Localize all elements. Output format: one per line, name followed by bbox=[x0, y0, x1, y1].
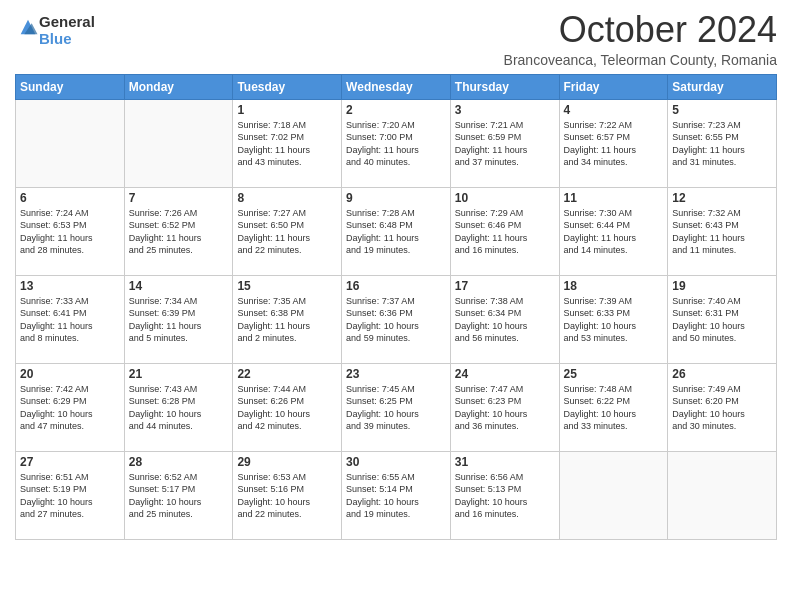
day-info: Sunrise: 7:42 AM Sunset: 6:29 PM Dayligh… bbox=[20, 383, 120, 433]
calendar-cell: 3Sunrise: 7:21 AM Sunset: 6:59 PM Daylig… bbox=[450, 99, 559, 187]
day-info: Sunrise: 7:43 AM Sunset: 6:28 PM Dayligh… bbox=[129, 383, 229, 433]
day-info: Sunrise: 7:49 AM Sunset: 6:20 PM Dayligh… bbox=[672, 383, 772, 433]
day-info: Sunrise: 7:45 AM Sunset: 6:25 PM Dayligh… bbox=[346, 383, 446, 433]
logo: General Blue bbox=[15, 14, 95, 47]
day-number: 28 bbox=[129, 455, 229, 469]
calendar-cell: 11Sunrise: 7:30 AM Sunset: 6:44 PM Dayli… bbox=[559, 187, 668, 275]
month-title: October 2024 bbox=[504, 10, 777, 50]
calendar-cell: 12Sunrise: 7:32 AM Sunset: 6:43 PM Dayli… bbox=[668, 187, 777, 275]
calendar-cell: 17Sunrise: 7:38 AM Sunset: 6:34 PM Dayli… bbox=[450, 275, 559, 363]
weekday-header-thursday: Thursday bbox=[450, 74, 559, 99]
calendar-cell: 22Sunrise: 7:44 AM Sunset: 6:26 PM Dayli… bbox=[233, 363, 342, 451]
day-number: 31 bbox=[455, 455, 555, 469]
day-info: Sunrise: 7:21 AM Sunset: 6:59 PM Dayligh… bbox=[455, 119, 555, 169]
day-number: 17 bbox=[455, 279, 555, 293]
day-number: 19 bbox=[672, 279, 772, 293]
calendar-cell: 20Sunrise: 7:42 AM Sunset: 6:29 PM Dayli… bbox=[16, 363, 125, 451]
calendar-cell: 23Sunrise: 7:45 AM Sunset: 6:25 PM Dayli… bbox=[342, 363, 451, 451]
calendar-table: SundayMondayTuesdayWednesdayThursdayFrid… bbox=[15, 74, 777, 540]
day-info: Sunrise: 7:37 AM Sunset: 6:36 PM Dayligh… bbox=[346, 295, 446, 345]
calendar-cell: 26Sunrise: 7:49 AM Sunset: 6:20 PM Dayli… bbox=[668, 363, 777, 451]
week-row-1: 1Sunrise: 7:18 AM Sunset: 7:02 PM Daylig… bbox=[16, 99, 777, 187]
day-number: 25 bbox=[564, 367, 664, 381]
day-number: 20 bbox=[20, 367, 120, 381]
day-number: 30 bbox=[346, 455, 446, 469]
day-info: Sunrise: 7:29 AM Sunset: 6:46 PM Dayligh… bbox=[455, 207, 555, 257]
calendar-cell: 16Sunrise: 7:37 AM Sunset: 6:36 PM Dayli… bbox=[342, 275, 451, 363]
day-number: 4 bbox=[564, 103, 664, 117]
day-info: Sunrise: 7:39 AM Sunset: 6:33 PM Dayligh… bbox=[564, 295, 664, 345]
day-info: Sunrise: 7:24 AM Sunset: 6:53 PM Dayligh… bbox=[20, 207, 120, 257]
logo-text: General Blue bbox=[39, 14, 95, 47]
calendar-cell: 10Sunrise: 7:29 AM Sunset: 6:46 PM Dayli… bbox=[450, 187, 559, 275]
calendar-cell: 14Sunrise: 7:34 AM Sunset: 6:39 PM Dayli… bbox=[124, 275, 233, 363]
day-info: Sunrise: 7:48 AM Sunset: 6:22 PM Dayligh… bbox=[564, 383, 664, 433]
day-number: 29 bbox=[237, 455, 337, 469]
subtitle: Brancoveanca, Teleorman County, Romania bbox=[504, 52, 777, 68]
day-number: 11 bbox=[564, 191, 664, 205]
day-number: 9 bbox=[346, 191, 446, 205]
logo-blue-label: Blue bbox=[39, 31, 95, 48]
calendar-cell bbox=[124, 99, 233, 187]
day-number: 21 bbox=[129, 367, 229, 381]
calendar-cell: 19Sunrise: 7:40 AM Sunset: 6:31 PM Dayli… bbox=[668, 275, 777, 363]
day-info: Sunrise: 7:40 AM Sunset: 6:31 PM Dayligh… bbox=[672, 295, 772, 345]
day-info: Sunrise: 7:35 AM Sunset: 6:38 PM Dayligh… bbox=[237, 295, 337, 345]
calendar-cell: 31Sunrise: 6:56 AM Sunset: 5:13 PM Dayli… bbox=[450, 451, 559, 539]
day-info: Sunrise: 7:47 AM Sunset: 6:23 PM Dayligh… bbox=[455, 383, 555, 433]
day-number: 27 bbox=[20, 455, 120, 469]
calendar-cell: 30Sunrise: 6:55 AM Sunset: 5:14 PM Dayli… bbox=[342, 451, 451, 539]
day-info: Sunrise: 7:33 AM Sunset: 6:41 PM Dayligh… bbox=[20, 295, 120, 345]
weekday-header-saturday: Saturday bbox=[668, 74, 777, 99]
day-info: Sunrise: 6:53 AM Sunset: 5:16 PM Dayligh… bbox=[237, 471, 337, 521]
day-info: Sunrise: 7:38 AM Sunset: 6:34 PM Dayligh… bbox=[455, 295, 555, 345]
day-number: 14 bbox=[129, 279, 229, 293]
calendar-cell bbox=[559, 451, 668, 539]
day-info: Sunrise: 7:44 AM Sunset: 6:26 PM Dayligh… bbox=[237, 383, 337, 433]
day-info: Sunrise: 6:52 AM Sunset: 5:17 PM Dayligh… bbox=[129, 471, 229, 521]
calendar-cell: 29Sunrise: 6:53 AM Sunset: 5:16 PM Dayli… bbox=[233, 451, 342, 539]
day-number: 7 bbox=[129, 191, 229, 205]
day-number: 3 bbox=[455, 103, 555, 117]
weekday-header-tuesday: Tuesday bbox=[233, 74, 342, 99]
day-number: 22 bbox=[237, 367, 337, 381]
title-section: October 2024 Brancoveanca, Teleorman Cou… bbox=[504, 10, 777, 68]
week-row-4: 20Sunrise: 7:42 AM Sunset: 6:29 PM Dayli… bbox=[16, 363, 777, 451]
day-info: Sunrise: 6:56 AM Sunset: 5:13 PM Dayligh… bbox=[455, 471, 555, 521]
weekday-header-friday: Friday bbox=[559, 74, 668, 99]
day-info: Sunrise: 7:27 AM Sunset: 6:50 PM Dayligh… bbox=[237, 207, 337, 257]
calendar-cell bbox=[16, 99, 125, 187]
day-info: Sunrise: 7:34 AM Sunset: 6:39 PM Dayligh… bbox=[129, 295, 229, 345]
day-number: 16 bbox=[346, 279, 446, 293]
day-info: Sunrise: 6:55 AM Sunset: 5:14 PM Dayligh… bbox=[346, 471, 446, 521]
calendar-cell: 5Sunrise: 7:23 AM Sunset: 6:55 PM Daylig… bbox=[668, 99, 777, 187]
calendar-cell: 2Sunrise: 7:20 AM Sunset: 7:00 PM Daylig… bbox=[342, 99, 451, 187]
day-info: Sunrise: 7:18 AM Sunset: 7:02 PM Dayligh… bbox=[237, 119, 337, 169]
day-info: Sunrise: 7:26 AM Sunset: 6:52 PM Dayligh… bbox=[129, 207, 229, 257]
weekday-header-monday: Monday bbox=[124, 74, 233, 99]
day-number: 26 bbox=[672, 367, 772, 381]
day-number: 12 bbox=[672, 191, 772, 205]
day-info: Sunrise: 7:22 AM Sunset: 6:57 PM Dayligh… bbox=[564, 119, 664, 169]
calendar-cell: 6Sunrise: 7:24 AM Sunset: 6:53 PM Daylig… bbox=[16, 187, 125, 275]
day-number: 24 bbox=[455, 367, 555, 381]
week-row-2: 6Sunrise: 7:24 AM Sunset: 6:53 PM Daylig… bbox=[16, 187, 777, 275]
calendar-cell: 13Sunrise: 7:33 AM Sunset: 6:41 PM Dayli… bbox=[16, 275, 125, 363]
page: General Blue October 2024 Brancoveanca, … bbox=[0, 0, 792, 612]
calendar-cell: 27Sunrise: 6:51 AM Sunset: 5:19 PM Dayli… bbox=[16, 451, 125, 539]
calendar-cell: 1Sunrise: 7:18 AM Sunset: 7:02 PM Daylig… bbox=[233, 99, 342, 187]
weekday-header-row: SundayMondayTuesdayWednesdayThursdayFrid… bbox=[16, 74, 777, 99]
calendar-cell: 7Sunrise: 7:26 AM Sunset: 6:52 PM Daylig… bbox=[124, 187, 233, 275]
day-number: 5 bbox=[672, 103, 772, 117]
day-info: Sunrise: 7:30 AM Sunset: 6:44 PM Dayligh… bbox=[564, 207, 664, 257]
day-number: 6 bbox=[20, 191, 120, 205]
week-row-3: 13Sunrise: 7:33 AM Sunset: 6:41 PM Dayli… bbox=[16, 275, 777, 363]
day-number: 8 bbox=[237, 191, 337, 205]
day-number: 18 bbox=[564, 279, 664, 293]
calendar-cell: 9Sunrise: 7:28 AM Sunset: 6:48 PM Daylig… bbox=[342, 187, 451, 275]
day-number: 1 bbox=[237, 103, 337, 117]
day-info: Sunrise: 6:51 AM Sunset: 5:19 PM Dayligh… bbox=[20, 471, 120, 521]
week-row-5: 27Sunrise: 6:51 AM Sunset: 5:19 PM Dayli… bbox=[16, 451, 777, 539]
calendar-cell: 15Sunrise: 7:35 AM Sunset: 6:38 PM Dayli… bbox=[233, 275, 342, 363]
weekday-header-sunday: Sunday bbox=[16, 74, 125, 99]
